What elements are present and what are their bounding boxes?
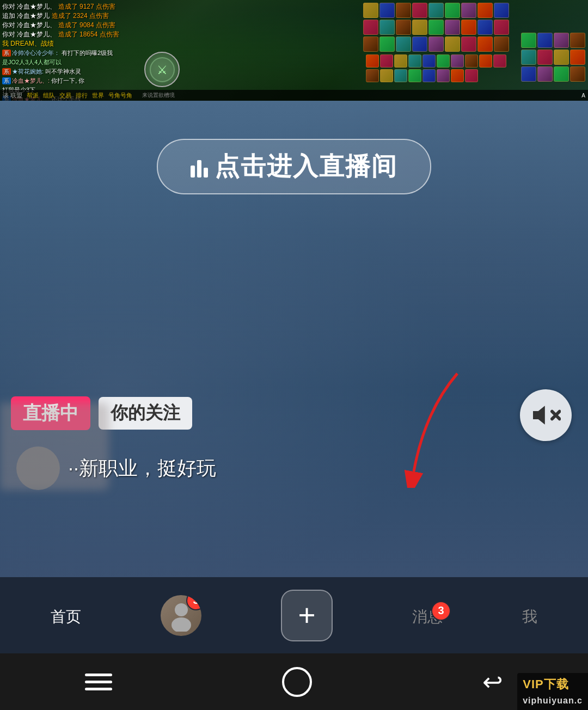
bars-icon — [191, 156, 208, 178]
system-navigation: ↩ VIP下载 viphuiyuan.c — [0, 653, 588, 710]
nav-item-messages[interactable]: 消息 3 — [412, 604, 443, 627]
mute-icon — [531, 400, 561, 430]
bottom-navigation: 首页 3 + 消息 3 我 — [0, 577, 588, 653]
chat-line: 系冷血★梦儿、: 你打一下, 你 — [2, 76, 145, 85]
me-label: 我 — [522, 607, 537, 627]
hamburger-icon — [85, 674, 112, 690]
vip-watermark: VIP下载 viphuiyuan.c — [517, 673, 588, 710]
mute-button[interactable] — [520, 389, 572, 441]
nav-avatar: 3 — [161, 595, 201, 636]
nav-item-me[interactable]: 我 — [522, 604, 537, 627]
chat-line: 你对 冷血★梦儿、 造成了 9084 点伤害 — [2, 21, 145, 30]
messages-badge: 3 — [431, 601, 451, 621]
watermark-text: VIP下载 — [523, 677, 568, 691]
game-chat: 你对 冷血★梦儿、 造成了 9127 点伤害 追加 冷血★梦儿 造成了 2324… — [0, 0, 147, 95]
char-portrait: ⚔ — [144, 52, 180, 87]
nav-item-home[interactable]: 首页 — [51, 604, 81, 627]
enter-live-button[interactable]: 点击进入直播间 — [157, 139, 431, 194]
system-back-button[interactable]: ↩ — [466, 662, 519, 702]
game-bottom-bar: 谈 联盟 帮派 组队 交易 排行 世界 号角号角 来说置欲槽境 A — [0, 90, 588, 101]
user-avatar — [16, 446, 60, 490]
live-stream-area: 点击进入直播间 直播中 你的关注 ··新职业，挺好玩 — [0, 101, 588, 577]
chat-line: 是JO2人3人4人都可以 — [2, 58, 145, 67]
chat-line: 你对 冷血★梦儿、 造成了 18654 点伤害 — [2, 30, 145, 39]
home-label: 首页 — [51, 607, 81, 627]
comment-text: ··新职业，挺好玩 — [68, 455, 216, 482]
nav-item-follow[interactable]: 3 — [161, 595, 201, 636]
follow-status-badge: 你的关注 — [99, 397, 192, 430]
enter-live-text: 点击进入直播间 — [215, 150, 397, 183]
chat-line: 系★荷花婉她: 叫不学神水灵 — [2, 67, 145, 76]
back-icon: ↩ — [482, 668, 503, 696]
svg-point-6 — [171, 617, 191, 632]
svg-text:⚔: ⚔ — [157, 63, 168, 77]
user-comment: ··新职业，挺好玩 — [16, 446, 216, 490]
chat-line: 我 DREAM、战绩 — [2, 39, 145, 48]
chat-line: 你对 冷血★梦儿、 造成了 9127 点伤害 — [2, 2, 145, 11]
chat-line: 追加 冷血★梦儿 造成了 2324 点伤害 — [2, 11, 145, 21]
system-menu-button[interactable] — [69, 668, 128, 696]
home-icon — [282, 667, 312, 697]
svg-point-5 — [175, 603, 188, 616]
chat-line: 系冷帅冷心冷少年： 有打下的吗曝2级我 — [2, 48, 145, 58]
create-button[interactable]: + — [281, 590, 333, 641]
watermark-url: viphuiyuan.c — [523, 696, 583, 705]
plus-icon: + — [298, 601, 315, 631]
system-home-button[interactable] — [266, 662, 328, 702]
game-screen: 你对 冷血★梦儿、 造成了 9127 点伤害 追加 冷血★梦儿 造成了 2324… — [0, 0, 588, 101]
